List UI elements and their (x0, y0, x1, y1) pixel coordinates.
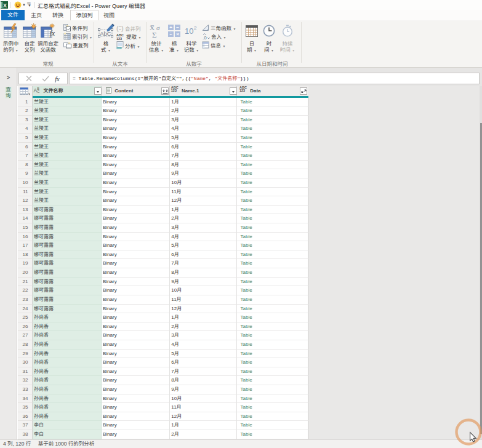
svg-text:÷: ÷ (169, 31, 172, 37)
svg-text:2: 2 (194, 25, 197, 31)
svg-text:123: 123 (116, 37, 122, 41)
svg-text:fx: fx (50, 30, 55, 38)
svg-text:(: ( (116, 25, 119, 32)
svg-text:): ) (121, 25, 124, 32)
svg-text:fx: fx (55, 76, 60, 82)
svg-text:+: + (169, 25, 172, 30)
svg-text:10: 10 (185, 26, 193, 36)
svg-text:σ: σ (156, 24, 160, 31)
svg-text:X: X (3, 2, 7, 9)
svg-text:.0: .0 (203, 35, 207, 40)
svg-text:AbC: AbC (100, 30, 111, 37)
svg-text:Σ: Σ (152, 30, 157, 38)
